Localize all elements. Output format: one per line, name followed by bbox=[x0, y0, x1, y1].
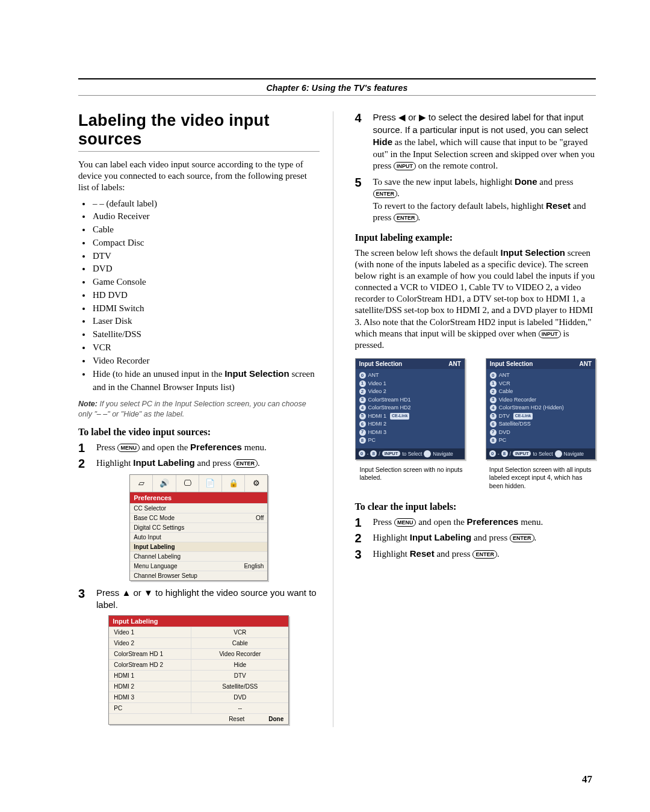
num-icon: 7 bbox=[359, 429, 366, 436]
num-icon: 2 bbox=[359, 388, 366, 395]
il-left: ColorStream HD 2 bbox=[109, 660, 191, 670]
bold: Reset bbox=[410, 548, 435, 559]
dash: - bbox=[498, 451, 500, 457]
text: . bbox=[397, 188, 400, 198]
dpad-icon bbox=[555, 450, 562, 457]
num-icon: 1 bbox=[359, 380, 366, 387]
ant-label: ANT bbox=[579, 361, 592, 367]
item: HDMI 2 bbox=[368, 420, 387, 429]
list-item: Game Console bbox=[91, 276, 320, 289]
num-icon: 5 bbox=[359, 413, 366, 420]
prefs-row: Base CC ModeOff bbox=[130, 513, 267, 522]
num-icon: 3 bbox=[490, 397, 497, 403]
il-right: Hide bbox=[191, 660, 288, 670]
il-right: Cable bbox=[191, 638, 288, 648]
ce-link-badge: CE-Link bbox=[513, 413, 533, 420]
il-left: ColorStream HD 1 bbox=[109, 649, 191, 659]
bold: Input Labeling bbox=[410, 532, 472, 542]
text: and open the bbox=[140, 442, 190, 452]
text: Navigate bbox=[433, 451, 453, 457]
il-right: DVD bbox=[191, 692, 288, 702]
num-icon: 8 bbox=[490, 437, 497, 444]
text: on the remote control. bbox=[416, 161, 498, 170]
num-icon: 0 bbox=[490, 372, 497, 379]
tab-icon: 📄 bbox=[199, 475, 222, 492]
list-item: HDMI Switch bbox=[91, 302, 320, 315]
il-left: PC bbox=[109, 703, 191, 713]
text: Press ▲ or ▼ to highlight the video sour… bbox=[96, 587, 317, 610]
step-3: Highlight Reset and press ENTER. bbox=[355, 548, 596, 560]
steps-list-cont: Press ▲ or ▼ to highlight the video sour… bbox=[78, 587, 320, 612]
menu-key-icon: MENU bbox=[117, 444, 140, 452]
item: ANT bbox=[499, 371, 510, 380]
text: . bbox=[258, 458, 260, 468]
steps-list: Press MENU and open the Preferences menu… bbox=[78, 441, 320, 470]
page-number: 47 bbox=[582, 773, 592, 786]
item: ColorStream HD2 bbox=[368, 404, 411, 412]
prefs-row: Menu LanguageEnglish bbox=[130, 561, 267, 571]
label-text: – – (default label) bbox=[93, 199, 157, 208]
label: Menu Language bbox=[134, 563, 177, 569]
text: menu. bbox=[242, 442, 267, 452]
done-label: Done bbox=[268, 716, 283, 722]
slash: / bbox=[379, 451, 380, 457]
num-icon: 4 bbox=[490, 404, 497, 411]
bold: Reset bbox=[546, 200, 571, 211]
label: Digital CC Settings bbox=[134, 524, 184, 531]
prefs-row: Auto Input bbox=[130, 532, 267, 542]
prefs-row: Digital CC Settings bbox=[130, 522, 267, 532]
enter-key-icon: ENTER bbox=[394, 214, 418, 222]
intro-paragraph: You can label each video input source ac… bbox=[78, 159, 320, 194]
il-right: -- bbox=[191, 703, 288, 713]
subheading: To clear the input labels: bbox=[355, 501, 596, 512]
subheading: Input labeling example: bbox=[355, 232, 596, 243]
value: Off bbox=[256, 515, 264, 521]
label-list: – – (default label) Audio Receiver Cable… bbox=[78, 197, 320, 394]
il-left: HDMI 1 bbox=[109, 671, 191, 681]
num-icon: 1 bbox=[490, 380, 497, 387]
num-icon: 6 bbox=[359, 421, 366, 427]
preferences-screenshot: ▱ 🔊 🖵 📄 🔒 ⚙ Preferences CC Selector Base… bbox=[129, 474, 268, 581]
label-text: Laser Disk bbox=[93, 316, 132, 326]
item: PC bbox=[368, 436, 376, 445]
enter-key-icon: ENTER bbox=[373, 190, 398, 198]
il-right: DTV bbox=[191, 671, 288, 681]
item: Video 1 bbox=[368, 380, 386, 388]
input-selection-screenshot-left: Input SelectionANT 0ANT 1Video 1 2Video … bbox=[355, 358, 465, 460]
num-icon: 0 bbox=[359, 372, 366, 379]
subheading: To label the video input sources: bbox=[78, 427, 320, 438]
text: Highlight bbox=[373, 533, 410, 542]
prefs-row: CC Selector bbox=[130, 503, 267, 513]
bold: Preferences bbox=[467, 516, 519, 527]
panel-title: Input Selection bbox=[490, 361, 533, 367]
text: Hide (to hide an unused input in the bbox=[93, 369, 224, 379]
num-icon: 2 bbox=[490, 388, 497, 395]
note-label: Note: bbox=[78, 400, 98, 408]
enter-key-icon: ENTER bbox=[510, 534, 534, 542]
bold: Done bbox=[515, 176, 537, 187]
text: and press bbox=[537, 177, 574, 187]
text: . bbox=[418, 212, 421, 222]
label: Channel Labeling bbox=[134, 553, 181, 560]
label-text: Video Recorder bbox=[93, 356, 149, 365]
item: Cable bbox=[499, 388, 513, 396]
item: Satellite/DSS bbox=[499, 420, 531, 429]
item: ColorStream HD2 (Hidden) bbox=[499, 404, 564, 412]
list-item: DVD bbox=[91, 262, 320, 276]
text: Highlight bbox=[96, 458, 133, 468]
step-2: Highlight Input Labeling and press ENTER… bbox=[78, 457, 320, 470]
list-item: Audio Receiver bbox=[91, 210, 320, 223]
text: Highlight bbox=[373, 549, 410, 559]
text: . bbox=[497, 549, 500, 559]
il-right: Satellite/DSS bbox=[191, 681, 288, 692]
item: VCR bbox=[499, 380, 510, 388]
item: HDMI 1 bbox=[368, 412, 387, 421]
panel-title: Input Selection bbox=[359, 361, 403, 367]
page-title: Labeling the video input sources bbox=[78, 111, 320, 149]
label-text: Game Console bbox=[93, 277, 146, 287]
example-paragraph: The screen below left shows the default … bbox=[355, 247, 596, 352]
menu-key-icon: MENU bbox=[394, 518, 416, 527]
text: . bbox=[534, 533, 537, 542]
input-key-icon: INPUT bbox=[394, 162, 416, 170]
ant-label: ANT bbox=[448, 361, 461, 367]
